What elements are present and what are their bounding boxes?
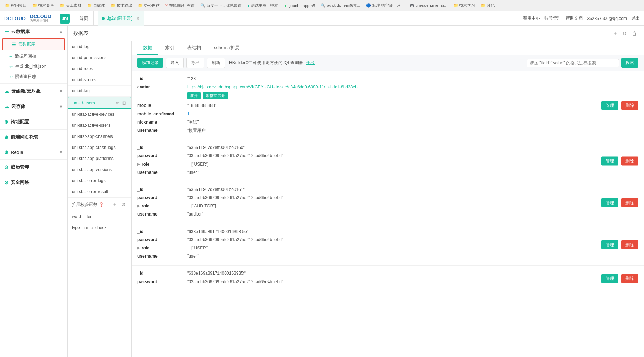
export-btn[interactable]: 导出 — [186, 58, 204, 68]
delete-btn-2[interactable]: 删除 — [621, 156, 638, 165]
table-item-uni-stat-app-crash-logs[interactable]: uni-stat-app-crash-logs — [68, 142, 131, 153]
help-doc-link[interactable]: 帮助文档 — [566, 15, 583, 21]
manage-btn-1[interactable]: 管理 — [601, 101, 618, 110]
table-item-uni-stat-error-logs[interactable]: uni-stat-error-logs — [68, 175, 131, 186]
logout-link[interactable]: 退出 — [631, 15, 640, 21]
delete-btn-1[interactable]: 删除 — [621, 101, 638, 110]
search-box: 搜索 — [527, 58, 638, 68]
add-record-btn[interactable]: 添加记录 — [137, 58, 163, 68]
table-item-uni-stat-app-channels[interactable]: uni-stat-app-channels — [68, 131, 131, 142]
divider-6 — [0, 159, 67, 160]
manage-btn-3[interactable]: 管理 — [601, 198, 618, 207]
field-row-password-5: password "03caebb36670995fc261a275d212ca… — [137, 279, 638, 285]
bookmark-office[interactable]: 📁 办公网站 — [136, 2, 162, 9]
cloud-save-icon: ☁ — [4, 104, 9, 109]
table-item-uni-id-permissions[interactable]: uni-id-permissions — [68, 52, 131, 63]
sidebar-item-db-backup[interactable]: ↩ 数据库回档 — [0, 51, 67, 61]
manage-btn-4[interactable]: 管理 — [601, 240, 618, 249]
sidebar-section-cross-config[interactable]: ⊕ 跨域配置 — [0, 116, 67, 128]
ext-help-icon[interactable]: ❓ — [99, 202, 104, 207]
home-tab[interactable]: 首页 — [74, 11, 94, 26]
field-name-role-2: role — [142, 161, 191, 168]
tab-data[interactable]: 数据 — [137, 42, 158, 55]
sidebar-section-cloud-db[interactable]: ☰ 云数据库 ▲ — [0, 26, 67, 38]
expand-btn[interactable]: 展开 — [187, 92, 201, 99]
delete-table-icon[interactable]: 🗑 — [122, 100, 126, 105]
bookmark-other[interactable]: 📁 其他 — [479, 2, 497, 9]
import-btn[interactable]: 导入 — [166, 58, 184, 68]
avatar-expand-row: 展开 带格式展开 — [187, 92, 361, 99]
sidebar-item-slow-query[interactable]: ↩ 慢查询日志 — [0, 72, 67, 82]
sidebar-section-security[interactable]: ⊙ 安全网络 — [0, 176, 67, 188]
delete-btn-5[interactable]: 删除 — [621, 274, 638, 283]
field-value-nickname: "测试" — [187, 119, 199, 126]
bookmark-youdao[interactable]: Y 在线翻译_有道 — [163, 2, 197, 9]
bookmark-tech-ref[interactable]: 📁 技术参考 — [30, 2, 56, 9]
tab-index[interactable]: 索引 — [159, 42, 180, 55]
refresh-table-btn[interactable]: ↺ — [621, 30, 628, 37]
table-item-uni-id-roles[interactable]: uni-id-roles — [68, 63, 131, 74]
bookmark-label[interactable]: 🔵 标注-猎字迹-- 蓝... — [364, 2, 406, 9]
ext-add-btn[interactable]: ＋ — [111, 201, 118, 208]
sidebar-section-frontend[interactable]: ⊕ 前端网页托管 — [0, 131, 67, 143]
table-item-uni-stat-active-devices[interactable]: uni-stat-active-devices — [68, 109, 131, 120]
bookmark-orange-project[interactable]: 📁 橙问项目 — [3, 2, 29, 9]
table-item-uni-id-scores[interactable]: uni-id-scores — [68, 74, 131, 86]
bookmark-media[interactable]: 📁 自媒体 — [85, 2, 107, 9]
table-item-uni-stat-app-versions[interactable]: uni-stat-app-versions — [68, 164, 131, 175]
field-name-username-2: username — [137, 169, 187, 176]
ext-item-word-filter[interactable]: word_filter — [68, 211, 131, 222]
jql-link[interactable]: 迁出 — [306, 60, 315, 66]
ext-refresh-btn[interactable]: ↺ — [120, 201, 127, 208]
field-name-username-1: username — [137, 127, 187, 134]
bookmark-tech-output[interactable]: 📁 技术输出 — [109, 2, 134, 9]
account-mgmt-link[interactable]: 账号管理 — [544, 15, 561, 21]
field-value-mobile-confirmed[interactable]: 1 — [187, 111, 190, 118]
bookmark-art[interactable]: 📁 美工素材 — [58, 2, 84, 9]
fee-center-link[interactable]: 费用中心 — [523, 15, 540, 21]
bookmark-unreal[interactable]: 🎮 unrealengine_百... — [407, 2, 450, 9]
search-input[interactable] — [527, 59, 619, 67]
bookmark-guanhe[interactable]: ▼ guanhe-app-h5 — [281, 3, 317, 9]
field-row-id-5: _id "638e169a891714000163935f" — [137, 270, 638, 277]
role-chevron-4[interactable]: ▶ — [137, 245, 140, 251]
search-btn[interactable]: 搜索 — [621, 58, 638, 68]
role-chevron-2[interactable]: ▶ — [137, 161, 140, 167]
bookmark-baidu[interactable]: 🔍 百度一下，你就知道 — [198, 2, 244, 9]
edit-table-icon[interactable]: ✏ — [116, 100, 120, 105]
table-item-uni-id-users-active[interactable]: uni-id-users ✏ 🗑 — [68, 97, 131, 109]
sidebar-section-cloud-save[interactable]: ☁ 云存储 ▼ — [0, 100, 67, 113]
table-item-uni-stat-active-users[interactable]: uni-stat-active-users — [68, 120, 131, 131]
bookmark-px[interactable]: 🔍 px-pt-dp-rem像素... — [318, 2, 362, 9]
refresh-btn[interactable]: 刷新 — [207, 58, 225, 68]
delete-table-btn[interactable]: 🗑 — [630, 30, 638, 37]
sidebar-item-generate-db-init[interactable]: ↩ 生成 db_init.json — [0, 61, 67, 72]
sidebar-item-cloud-database[interactable]: ☰ 云数据库 — [2, 38, 65, 50]
content-header: 数据表 ＋ ↺ 🗑 — [68, 26, 644, 41]
add-table-btn[interactable]: ＋ — [611, 30, 619, 37]
bookmark-zentao[interactable]: ● 测试主页 - 禅道 — [245, 2, 280, 9]
sidebar-section-redis[interactable]: ⊕ Redis ▼ — [0, 146, 67, 158]
active-tab[interactable]: tig2s (阿里云) ✕ — [98, 11, 144, 26]
field-row-nickname: nickname "测试" — [137, 119, 638, 126]
role-chevron-3[interactable]: ▶ — [137, 203, 140, 209]
ext-item-type-name-check[interactable]: type_name_check — [68, 222, 131, 233]
tab-close-btn[interactable]: ✕ — [136, 16, 140, 21]
format-expand-btn[interactable]: 带格式展开 — [203, 92, 228, 99]
field-value-id-2: "635511867d78ff0001ee0160" — [187, 144, 245, 151]
manage-btn-5[interactable]: 管理 — [601, 274, 618, 283]
tab-schema-expand[interactable]: schema扩展 — [208, 42, 245, 55]
table-item-uni-id-log[interactable]: uni-id-log — [68, 41, 131, 52]
manage-btn-2[interactable]: 管理 — [601, 156, 618, 165]
sidebar-section-members[interactable]: ⊙ 成员管理 — [0, 161, 67, 173]
delete-btn-4[interactable]: 删除 — [621, 240, 638, 249]
jql-hint: HBuilderX中可使用更方便的JQL查询器 — [229, 60, 303, 66]
delete-btn-3[interactable]: 删除 — [621, 198, 638, 207]
sidebar-section-cloud-functions[interactable]: ☁ 云函数/云对象 ▼ — [0, 85, 67, 97]
tab-table-structure[interactable]: 表结构 — [181, 42, 207, 55]
bookmark-tech-learn[interactable]: 📁 技术学习 — [451, 2, 477, 9]
table-item-uni-stat-error-result[interactable]: uni-stat-error-result — [68, 186, 131, 197]
table-item-uni-id-tag[interactable]: uni-id-tag — [68, 86, 131, 97]
table-item-uni-stat-app-platforms[interactable]: uni-stat-app-platforms — [68, 153, 131, 164]
user-email: 362857506@qq.com — [587, 16, 627, 21]
